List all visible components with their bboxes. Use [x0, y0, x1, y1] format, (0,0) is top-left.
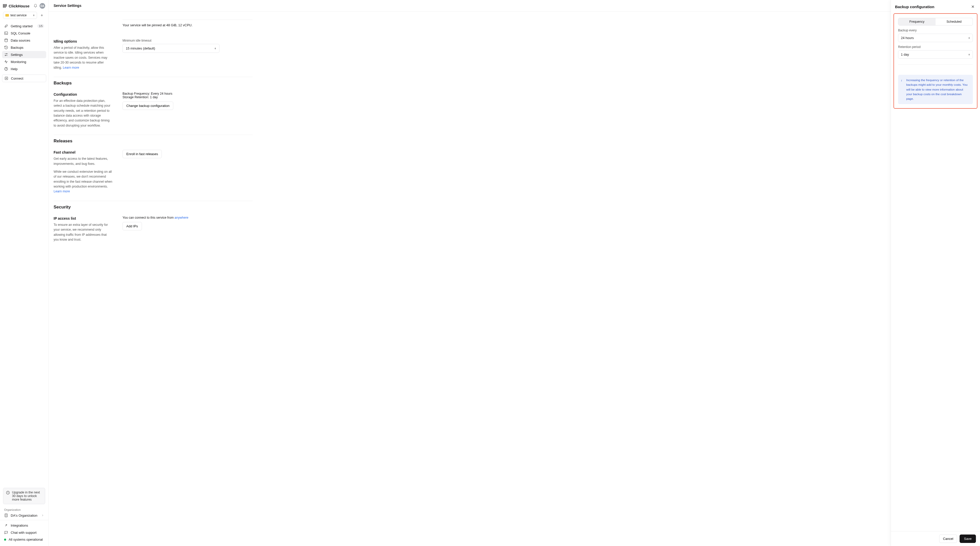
pinned-text: Your service will be pinned at 48 GiB, 1… [123, 23, 253, 27]
config-title: Configuration [54, 92, 112, 97]
connect-icon [4, 76, 8, 80]
svg-rect-1 [4, 4, 5, 8]
nav-label: Integrations [11, 524, 28, 527]
organization-selector[interactable]: DA's Organization [0, 512, 48, 520]
min-idle-select[interactable]: 15 minutes (default) ▲▼ [123, 44, 220, 53]
svg-rect-13 [5, 514, 7, 517]
backup-retention-line: Storage Retention: 1 day [123, 95, 253, 99]
service-color-icon [5, 14, 9, 17]
select-value: 15 minutes (default) [126, 46, 155, 50]
nav-label: Monitoring [11, 60, 26, 64]
upgrade-text: Upgrade in the next 30 days to unlock mo… [12, 490, 42, 502]
nav-chat-support[interactable]: Chat with support [2, 529, 46, 536]
nav-data-sources[interactable]: Data sources [2, 37, 46, 44]
tab-scheduled[interactable]: Scheduled [935, 18, 973, 25]
add-service-button[interactable] [38, 12, 45, 19]
fast-desc2: While we conduct extensive testing on al… [54, 170, 112, 194]
save-button[interactable]: Save [959, 535, 976, 543]
svg-rect-5 [5, 32, 8, 35]
enroll-fast-releases-button[interactable]: Enroll in fast releases [123, 150, 162, 158]
nav-label: Getting started [11, 24, 32, 28]
nav-label: Chat with support [11, 531, 37, 535]
avatar[interactable]: DA [40, 3, 45, 9]
pulse-icon [4, 60, 8, 64]
service-selector[interactable]: test service ▲▼ [3, 12, 37, 19]
backup-every-select[interactable]: 24 hours ▲▼ [898, 34, 973, 42]
svg-rect-0 [3, 4, 3, 8]
main-area: Service Settings Your service will be pi… [48, 0, 980, 546]
brand-logo[interactable]: ClickHouse [3, 4, 30, 8]
building-icon [4, 513, 8, 517]
updown-icon: ▲▼ [968, 37, 970, 39]
nav-label: Settings [11, 53, 23, 57]
ip-access-desc: To ensure an extra layer of security for… [54, 222, 112, 242]
idling-learn-more-link[interactable]: Learn more [63, 66, 79, 70]
history-icon [4, 45, 8, 49]
nav: Getting started 1/5 SQL Console Data sou… [0, 21, 48, 83]
brand-name: ClickHouse [9, 4, 30, 8]
security-heading: Security [54, 205, 253, 210]
connect-from-text: You can connect to this service from any… [123, 216, 253, 219]
nav-integrations[interactable]: Integrations [2, 522, 46, 529]
cost-info-notice: Increasing the frequency or retention of… [898, 75, 973, 104]
logo-icon [3, 4, 7, 8]
frequency-scheduled-tabs: Frequency Scheduled [898, 18, 973, 25]
org-label: Organization [0, 506, 48, 512]
retention-select[interactable]: 1 day ▲▼ [898, 50, 973, 59]
releases-heading: Releases [54, 138, 253, 144]
panel-title: Backup configuration [895, 5, 934, 9]
nav-getting-started[interactable]: Getting started 1/5 [2, 22, 46, 30]
svg-rect-3 [6, 4, 6, 6]
updown-icon: ▲▼ [215, 48, 216, 49]
min-idle-label: Minimum idle timeout [123, 39, 253, 42]
tab-frequency[interactable]: Frequency [898, 18, 935, 25]
nav-monitoring[interactable]: Monitoring [2, 58, 46, 65]
change-backup-config-button[interactable]: Change backup configuration [123, 102, 173, 110]
ip-access-title: IP access list [54, 216, 112, 221]
service-name: test service [11, 14, 27, 17]
select-value: 1 day [901, 52, 909, 56]
svg-point-10 [6, 70, 6, 70]
svg-rect-2 [5, 4, 6, 8]
svg-rect-4 [5, 14, 9, 17]
backup-freq-line: Backup Frequency: Every 24 hours [123, 92, 253, 95]
upgrade-card[interactable]: Upgrade in the next 30 days to unlock mo… [3, 488, 45, 504]
backup-every-label: Backup every [898, 29, 973, 32]
database-icon [4, 38, 8, 42]
nav-settings[interactable]: Settings [2, 51, 46, 58]
retention-label: Retention period [898, 45, 973, 49]
plug-icon [4, 523, 8, 527]
nav-sql-console[interactable]: SQL Console [2, 30, 46, 37]
highlighted-region: Frequency Scheduled Backup every 24 hour… [894, 13, 977, 109]
progress-badge: 1/5 [37, 24, 44, 28]
status-text: All systems operational [9, 538, 43, 541]
clock-icon [6, 490, 10, 502]
sidebar: ClickHouse DA test service ▲▼ [0, 0, 48, 546]
anywhere-link[interactable]: anywhere [175, 216, 188, 219]
svg-point-6 [5, 39, 8, 40]
nav-label: SQL Console [11, 32, 30, 35]
close-button[interactable] [970, 3, 976, 10]
idling-desc: After a period of inactivity, allow this… [54, 45, 112, 70]
page-title: Service Settings [48, 0, 980, 11]
backups-heading: Backups [54, 81, 253, 86]
nav-status[interactable]: All systems operational [2, 536, 46, 543]
add-ips-button[interactable]: Add IPs [123, 222, 142, 230]
nav-backups[interactable]: Backups [2, 44, 46, 51]
fast-channel-title: Fast channel [54, 150, 112, 154]
backup-config-panel: Backup configuration Frequency Scheduled… [891, 0, 980, 546]
help-icon [4, 67, 8, 71]
status-dot-icon [4, 539, 6, 541]
bell-icon[interactable] [33, 4, 38, 8]
org-name: DA's Organization [11, 514, 37, 517]
updown-icon: ▲▼ [968, 54, 970, 56]
cancel-button[interactable]: Cancel [939, 535, 957, 543]
svg-point-7 [6, 53, 7, 54]
updown-icon: ▲▼ [33, 14, 35, 16]
nav-help[interactable]: Help [2, 65, 46, 73]
releases-learn-more-link[interactable]: Learn more [54, 190, 70, 193]
connect-button[interactable]: Connect [2, 75, 46, 82]
chat-icon [4, 530, 8, 535]
nav-label: Data sources [11, 38, 30, 42]
nav-label: Help [11, 67, 18, 71]
